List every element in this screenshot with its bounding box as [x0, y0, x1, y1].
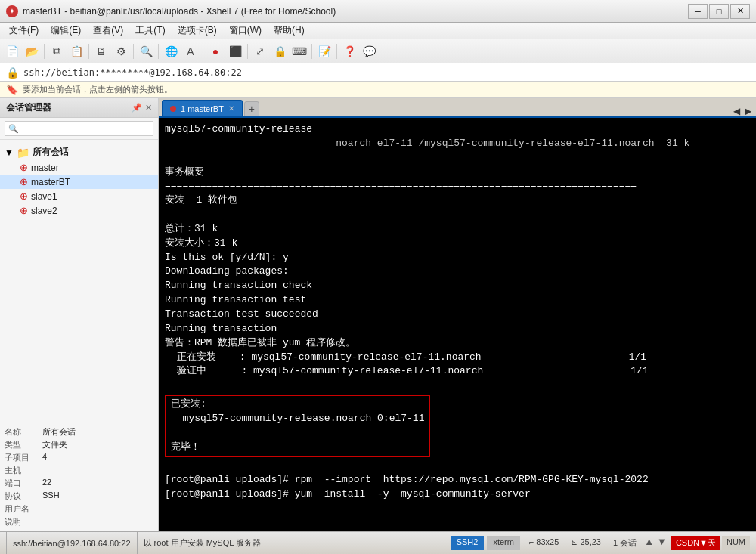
prop-row-desc: 说明 [0, 515, 158, 528]
sidebar-item-masterbt[interactable]: ⊕ masterBT [0, 175, 158, 189]
term-line-12: Running transaction check [165, 279, 750, 293]
term-line-2: noarch el7-11 /mysql57-community-release… [165, 137, 750, 151]
prop-row-name: 名称 所有会话 [0, 426, 158, 438]
status-num-lock: NUM [722, 536, 750, 550]
sidebar-item-master[interactable]: ⊕ master [0, 160, 158, 175]
sidebar-props: 名称 所有会话 类型 文件夹 子项目 4 主机 端口 22 协议 SSH [0, 422, 158, 531]
term-line-4: 事务概要 [165, 166, 750, 180]
sidebar-close-icon[interactable]: ✕ [145, 103, 152, 113]
session-icon-3: ⊕ [20, 190, 28, 202]
main-layout: 会话管理器 📌 ✕ ▼ 📁 所有会话 ⊕ master ⊕ [0, 98, 756, 531]
sidebar-item-slave1[interactable]: ⊕ slave1 [0, 189, 158, 203]
menu-help[interactable]: 帮助(H) [268, 23, 311, 39]
status-scroll-content: 以 root 用户安装 MySQL 服务器 [144, 537, 261, 549]
address-bar: 🔒 ssh://beitian:*********@192.168.64.80:… [0, 63, 756, 82]
session-icon-1: ⊕ [20, 162, 28, 173]
tab-status-dot [170, 106, 176, 112]
terminal-tab-1[interactable]: 1 masterBT ✕ [162, 100, 243, 116]
status-right: SSH2 xterm ⌐ 83x25 ⊾ 25,23 1 会话 ▲ ▼ CSDN… [451, 536, 750, 550]
sidebar-item-slave2[interactable]: ⊕ slave2 [0, 203, 158, 218]
term-line-6: 安装 1 软件包 [165, 193, 750, 208]
tab-label: 1 masterBT [181, 104, 224, 113]
toolbar-btn-5[interactable]: ⬛ [226, 42, 244, 60]
sidebar: 会话管理器 📌 ✕ ▼ 📁 所有会话 ⊕ master ⊕ [0, 98, 159, 531]
term-line-17: 正在安装 : mysql57-community-release-el7-11.… [165, 351, 750, 365]
toolbar-separator-4 [158, 44, 159, 59]
tab-nav-left[interactable]: ◀ [732, 106, 742, 116]
terminal-output[interactable]: mysql57-community-release noarch el7-11 … [159, 118, 756, 531]
maximize-button[interactable]: □ [709, 4, 729, 19]
prop-row-protocol: 协议 SSH [0, 490, 158, 503]
sidebar-pin-icon[interactable]: 📌 [132, 103, 142, 113]
term-line-11: Downloading packages: [165, 265, 750, 279]
copy-button[interactable]: ⧉ [48, 42, 66, 60]
term-line-18: 验证中 : mysql57-community-release-el7-11.n… [165, 364, 750, 379]
script-button[interactable]: 📝 [315, 42, 333, 60]
tree-group-all: ▼ 📁 所有会话 ⊕ master ⊕ masterBT ⊕ slave1 [0, 143, 158, 219]
status-terminal-type: xterm [487, 536, 520, 550]
status-nav-down[interactable]: ▼ [655, 536, 668, 550]
highlight-box: 已安装: mysql57-community-release.noarch 0:… [165, 395, 430, 457]
tab-nav-right[interactable]: ▶ [743, 106, 753, 116]
status-cursor: ⊾ 25,23 [565, 536, 607, 550]
toolbar-btn-4[interactable]: ● [206, 42, 225, 60]
close-button[interactable]: ✕ [730, 4, 750, 19]
keyboard-button[interactable]: ⌨ [290, 42, 308, 60]
font-button[interactable]: A [181, 42, 200, 60]
tab-add-button[interactable]: + [244, 101, 259, 116]
title-bar: ✦ masterBT - beitian@panli:/usr/local/up… [0, 0, 756, 23]
tab-nav: ◀ ▶ [732, 106, 753, 116]
open-button[interactable]: 📂 [23, 42, 41, 60]
menu-view[interactable]: 查看(V) [87, 23, 129, 39]
tab-close-button[interactable]: ✕ [228, 104, 234, 113]
term-line-blank [171, 426, 424, 441]
tree-group-header[interactable]: ▼ 📁 所有会话 [0, 144, 158, 160]
tree-group-label: 所有会话 [33, 146, 69, 159]
tree-expand-icon: ▼ [5, 147, 14, 158]
sidebar-title: 会话管理器 [6, 101, 51, 114]
prop-row-host: 主机 [0, 464, 158, 477]
tab-bar: 1 masterBT ✕ + ◀ ▶ [159, 98, 756, 118]
term-line-16: 警告：RPM 数据库已被非 yum 程序修改。 [165, 336, 750, 351]
term-line-13: Running transaction test [165, 293, 750, 308]
menu-file[interactable]: 文件(F) [3, 23, 45, 39]
new-session-button[interactable]: 📄 [3, 42, 21, 60]
status-nav-up[interactable]: ▲ [643, 536, 655, 550]
help-button[interactable]: ❓ [340, 42, 358, 60]
search-button[interactable]: 🔍 [137, 42, 155, 60]
status-connection: ssh://beitian@192.168.64.80:22 [6, 532, 138, 554]
lock-button[interactable]: 🔒 [271, 42, 289, 60]
status-scroll-text: 以 root 用户安装 MySQL 服务器 [138, 537, 451, 549]
sidebar-controls: 📌 ✕ [132, 103, 152, 113]
resize-button[interactable]: ⤢ [251, 42, 269, 60]
address-text: ssh://beitian:*********@192.168.64.80:22 [23, 67, 242, 78]
term-line-3 [165, 151, 750, 166]
menu-tools[interactable]: 工具(T) [129, 23, 171, 39]
prop-row-children: 子项目 4 [0, 451, 158, 464]
toolbar-btn-3[interactable]: ⚙ [112, 42, 130, 60]
term-line-yum-cmd: [root@panli uploads]# yum install -y mys… [165, 487, 750, 502]
color-button[interactable]: 🌐 [162, 42, 180, 60]
term-line-8: 总计：31 k [165, 222, 750, 237]
minimize-button[interactable]: ─ [688, 4, 708, 19]
menu-window[interactable]: 窗口(W) [223, 23, 268, 39]
toolbar-separator-5 [203, 44, 203, 59]
term-line-19 [165, 379, 750, 393]
paste-button[interactable]: 📋 [67, 42, 85, 60]
term-line-10: Is this ok [y/d/N]: y [165, 251, 750, 265]
prop-row-port: 端口 22 [0, 477, 158, 490]
status-connection-text: ssh://beitian@192.168.64.80:22 [13, 539, 131, 548]
menu-tab[interactable]: 选项卡(B) [172, 23, 223, 39]
status-csdn-badge[interactable]: CSDN▼天 [671, 536, 720, 550]
connect-button[interactable]: 🖥 [92, 42, 110, 60]
term-line-1: mysql57-community-release [165, 122, 750, 137]
menu-bar: 文件(F) 编辑(E) 查看(V) 工具(T) 选项卡(B) 窗口(W) 帮助(… [0, 23, 756, 39]
title-bar-left: ✦ masterBT - beitian@panli:/usr/local/up… [6, 5, 336, 17]
menu-edit[interactable]: 编辑(E) [45, 23, 87, 39]
term-line-installed-pkg: mysql57-community-release.noarch 0:el7-1… [171, 412, 424, 426]
prop-row-username: 用户名 [0, 503, 158, 515]
term-line-20 [165, 459, 750, 473]
toolbar-btn-6[interactable]: 💬 [360, 42, 378, 60]
term-line-7 [165, 208, 750, 222]
sidebar-search-input[interactable] [5, 121, 153, 136]
